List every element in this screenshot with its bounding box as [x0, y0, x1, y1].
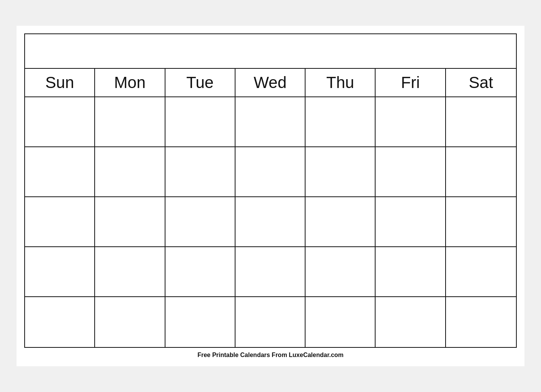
cell-r2-sat[interactable] [446, 147, 516, 196]
header-sat: Sat [446, 69, 516, 96]
calendar-row-1 [25, 97, 516, 147]
cell-r1-tue[interactable] [165, 97, 235, 146]
calendar-container: Sun Mon Tue Wed Thu Fri Sat [24, 33, 517, 348]
page-wrapper: Sun Mon Tue Wed Thu Fri Sat [17, 26, 524, 366]
cell-r5-sun[interactable] [25, 297, 95, 347]
calendar-row-5 [25, 297, 516, 347]
cell-r5-wed[interactable] [235, 297, 306, 347]
cell-r5-thu[interactable] [306, 297, 376, 347]
cell-r4-sun[interactable] [25, 247, 95, 296]
header-sun: Sun [25, 69, 95, 96]
cell-r3-sat[interactable] [446, 197, 516, 246]
header-fri: Fri [376, 69, 446, 96]
cell-r3-thu[interactable] [306, 197, 376, 246]
header-mon: Mon [95, 69, 165, 96]
cell-r3-sun[interactable] [25, 197, 95, 246]
cell-r2-wed[interactable] [235, 147, 306, 196]
cell-r2-mon[interactable] [95, 147, 165, 196]
cell-r5-mon[interactable] [95, 297, 165, 347]
calendar-row-4 [25, 247, 516, 297]
cell-r4-thu[interactable] [306, 247, 376, 296]
cell-r2-thu[interactable] [306, 147, 376, 196]
cell-r1-wed[interactable] [235, 97, 306, 146]
cell-r4-fri[interactable] [376, 247, 446, 296]
header-tue: Tue [165, 69, 235, 96]
cell-r2-tue[interactable] [165, 147, 235, 196]
cell-r4-wed[interactable] [235, 247, 306, 296]
calendar-title-row [25, 34, 516, 69]
cell-r1-mon[interactable] [95, 97, 165, 146]
header-thu: Thu [306, 69, 376, 96]
cell-r3-tue[interactable] [165, 197, 235, 246]
cell-r3-fri[interactable] [376, 197, 446, 246]
calendar-row-2 [25, 147, 516, 197]
cell-r5-tue[interactable] [165, 297, 235, 347]
cell-r5-fri[interactable] [376, 297, 446, 347]
header-wed: Wed [235, 69, 306, 96]
cell-r4-tue[interactable] [165, 247, 235, 296]
cell-r4-sat[interactable] [446, 247, 516, 296]
footer-text: Free Printable Calendars From LuxeCalend… [197, 352, 344, 359]
calendar-row-3 [25, 197, 516, 247]
cell-r1-thu[interactable] [306, 97, 376, 146]
cell-r1-sun[interactable] [25, 97, 95, 146]
cell-r3-mon[interactable] [95, 197, 165, 246]
cell-r2-sun[interactable] [25, 147, 95, 196]
cell-r4-mon[interactable] [95, 247, 165, 296]
cell-r1-fri[interactable] [376, 97, 446, 146]
cell-r1-sat[interactable] [446, 97, 516, 146]
cell-r5-sat[interactable] [446, 297, 516, 347]
cell-r2-fri[interactable] [376, 147, 446, 196]
calendar-body [25, 97, 516, 347]
cell-r3-wed[interactable] [235, 197, 306, 246]
calendar-header: Sun Mon Tue Wed Thu Fri Sat [25, 69, 516, 97]
